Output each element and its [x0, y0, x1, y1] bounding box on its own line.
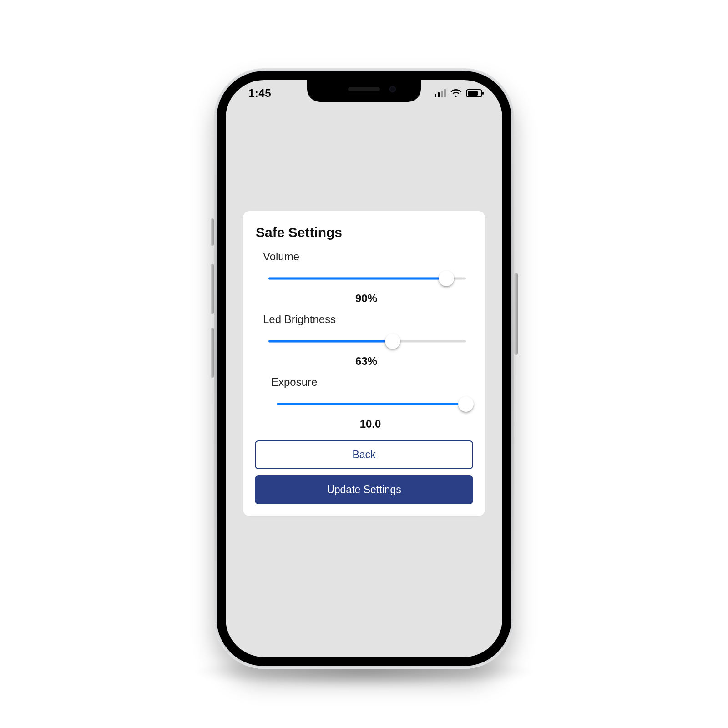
- slider-thumb[interactable]: [439, 271, 454, 286]
- slider-fill: [277, 403, 466, 405]
- card-title: Safe Settings: [256, 225, 473, 240]
- slider-fill: [268, 340, 393, 343]
- status-time: 1:45: [244, 87, 271, 100]
- side-button-mute: [211, 218, 214, 246]
- slider-thumb[interactable]: [458, 396, 474, 412]
- slider-thumb[interactable]: [385, 334, 400, 349]
- setting-volume: Volume 90%: [263, 250, 470, 305]
- slider-fill: [268, 278, 446, 280]
- card-buttons: Back Update Settings: [255, 440, 473, 504]
- exposure-label: Exposure: [271, 376, 470, 389]
- side-button-vol-down: [211, 328, 214, 378]
- exposure-slider[interactable]: [277, 397, 466, 411]
- side-button-power: [514, 273, 518, 355]
- phone-frame: 1:45: [214, 68, 514, 669]
- volume-slider[interactable]: [268, 271, 466, 286]
- status-right: [435, 89, 484, 97]
- screen: 1:45: [226, 80, 502, 657]
- cellular-signal-icon: [435, 89, 446, 97]
- battery-icon: [466, 89, 482, 97]
- exposure-value: 10.0: [271, 418, 470, 430]
- phone-bezel: 1:45: [217, 71, 511, 666]
- setting-exposure: Exposure 10.0: [271, 376, 470, 430]
- wifi-icon: [450, 89, 461, 97]
- back-button[interactable]: Back: [255, 440, 473, 469]
- volume-value: 90%: [263, 292, 470, 305]
- stage: 1:45: [0, 0, 728, 728]
- settings-card: Safe Settings Volume 90% Led Brightn: [243, 211, 485, 516]
- front-camera: [389, 86, 396, 92]
- brightness-label: Led Brightness: [263, 313, 470, 326]
- speaker-grille: [348, 87, 380, 91]
- notch: [307, 80, 421, 102]
- setting-brightness: Led Brightness 63%: [263, 313, 470, 368]
- volume-label: Volume: [263, 250, 470, 263]
- battery-level: [468, 91, 478, 96]
- brightness-slider[interactable]: [268, 334, 466, 349]
- update-settings-button[interactable]: Update Settings: [255, 475, 473, 504]
- side-button-vol-up: [211, 264, 214, 314]
- brightness-value: 63%: [263, 355, 470, 368]
